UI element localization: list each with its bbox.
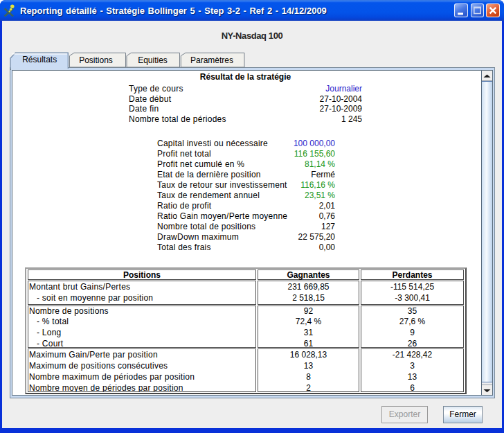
svg-text:Positions: Positions	[79, 55, 113, 65]
svg-text:Equities: Equities	[138, 55, 168, 65]
svg-text:Résultats: Résultats	[22, 55, 57, 64]
svg-text:Paramètres: Paramètres	[190, 55, 233, 65]
